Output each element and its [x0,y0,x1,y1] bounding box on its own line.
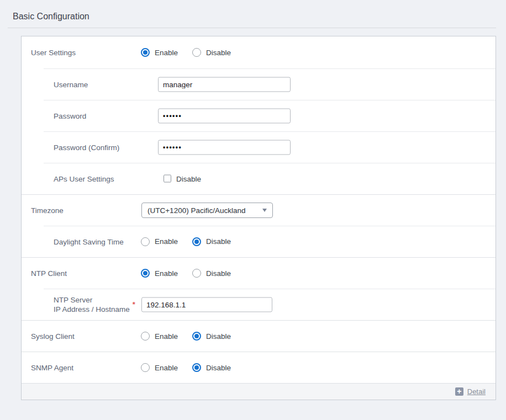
disable-option-label: Disable [206,269,231,278]
chevron-down-icon [262,209,267,212]
ntp-client-radio-group: Enable Disable [141,269,231,278]
snmp-agent-enable-option[interactable]: Enable [141,363,178,372]
syslog-client-label: Syslog Client [31,332,75,341]
password-input[interactable] [158,108,291,123]
aps-user-settings-label: APs User Settings [54,174,114,183]
enable-option-label: Enable [155,269,178,278]
aps-disable-checkbox[interactable] [164,175,171,183]
syslog-client-disable-option[interactable]: Disable [192,332,231,341]
radio-unchecked-icon[interactable] [192,48,201,57]
daylight-saving-time-label: Daylight Saving Time [54,237,124,246]
row-ntp-server: NTP Server IP Address / Hostname * [22,289,496,320]
radio-checked-icon[interactable] [141,269,150,278]
timezone-selected-value: (UTC+1200) Pacific/Auckland [147,206,259,215]
required-asterisk: * [133,300,135,309]
ntp-server-label-line2: IP Address / Hostname [54,305,130,314]
aps-user-settings-control: Disable [164,174,201,183]
aps-disable-checkbox-label: Disable [176,174,201,183]
username-input[interactable] [158,77,291,92]
plus-icon[interactable]: + [455,387,463,396]
user-settings-radio-group: Enable Disable [141,48,231,57]
ntp-server-label-line1: NTP Server [54,295,130,305]
ntp-client-enable-option[interactable]: Enable [141,269,178,278]
radio-unchecked-icon[interactable] [141,237,150,246]
timezone-control: (UTC+1200) Pacific/Auckland [141,203,273,218]
row-aps-user-settings: APs User Settings Disable [22,163,496,194]
password-label: Password [54,111,86,120]
syslog-client-radio-group: Enable Disable [141,332,231,341]
row-daylight-saving-time: Daylight Saving Time Enable Disable [22,226,496,257]
basic-configuration-panel: User Settings Enable Disable Username Pa… [21,36,496,400]
disable-option-label: Disable [206,237,231,246]
username-control [158,77,291,92]
enable-option-label: Enable [155,364,178,372]
enable-option-label: Enable [155,332,178,341]
radio-checked-icon[interactable] [192,363,201,372]
timezone-select[interactable]: (UTC+1200) Pacific/Auckland [141,203,273,218]
password-confirm-input[interactable] [158,140,291,155]
detail-link[interactable]: Detail [467,387,486,396]
daylight-saving-enable-option[interactable]: Enable [141,237,178,246]
ntp-server-control [141,297,272,312]
row-username: Username [22,68,496,100]
row-password-confirm: Password (Confirm) [22,131,496,163]
row-ntp-client: NTP Client Enable Disable [22,257,496,289]
radio-checked-icon[interactable] [192,237,201,246]
timezone-label: Timezone [31,206,64,215]
user-settings-disable-option[interactable]: Disable [192,48,231,57]
row-password: Password [22,100,496,131]
row-user-settings: User Settings Enable Disable [22,36,496,68]
password-confirm-label: Password (Confirm) [54,143,119,151]
radio-checked-icon[interactable] [141,48,150,57]
ntp-client-label: NTP Client [31,269,67,278]
enable-option-label: Enable [155,237,178,246]
ntp-server-label: NTP Server IP Address / Hostname * [54,295,135,314]
user-settings-enable-option[interactable]: Enable [141,48,178,57]
username-label: Username [54,80,88,88]
radio-unchecked-icon[interactable] [141,363,150,372]
row-syslog-client: Syslog Client Enable Disable [22,320,496,352]
enable-option-label: Enable [155,49,178,57]
password-confirm-control [158,140,291,155]
password-control [158,108,291,123]
snmp-agent-radio-group: Enable Disable [141,363,231,372]
ntp-server-input[interactable] [141,297,272,312]
daylight-saving-radio-group: Enable Disable [141,237,231,246]
row-timezone: Timezone (UTC+1200) Pacific/Auckland [22,194,496,226]
disable-option-label: Disable [206,49,231,57]
syslog-client-enable-option[interactable]: Enable [141,332,178,341]
radio-unchecked-icon[interactable] [192,269,201,278]
page-title: Basic Configuration [13,12,89,22]
snmp-agent-label: SNMP Agent [31,364,73,372]
snmp-agent-disable-option[interactable]: Disable [192,363,231,372]
row-snmp-agent: SNMP Agent Enable Disable [22,352,496,383]
header-divider [8,28,496,28]
disable-option-label: Disable [206,332,231,341]
radio-checked-icon[interactable] [192,332,201,341]
daylight-saving-disable-option[interactable]: Disable [192,237,231,246]
panel-footer: + Detail [22,383,496,400]
radio-unchecked-icon[interactable] [141,332,150,341]
user-settings-label: User Settings [31,49,76,57]
ntp-client-disable-option[interactable]: Disable [192,269,231,278]
disable-option-label: Disable [206,364,231,372]
